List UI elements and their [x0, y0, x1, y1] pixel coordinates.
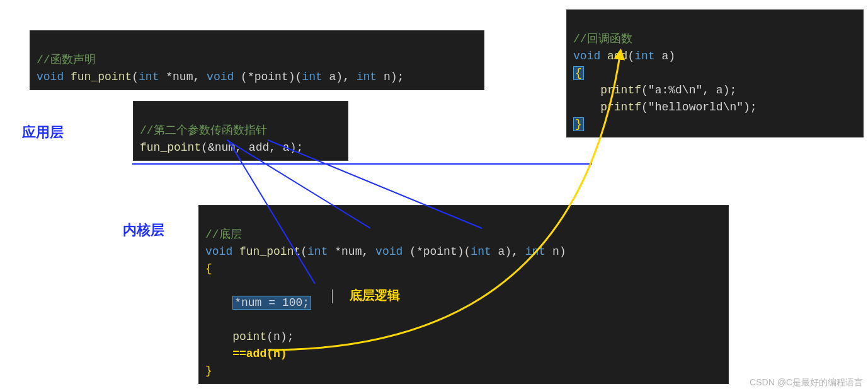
comment: //回调函数	[573, 33, 632, 45]
label-kernel-layer: 内核层	[123, 221, 164, 240]
selected-brace: {	[573, 66, 584, 80]
equivalence-text: ==add(n)	[232, 347, 287, 360]
comment: //底层	[205, 228, 242, 241]
watermark: CSDN @C是最好的编程语言	[750, 377, 863, 388]
diagram-stage: //函数声明 void fun_point(int *num, void (*p…	[0, 0, 868, 391]
label-low-logic: 底层逻辑	[350, 287, 400, 304]
comment: //函数声明	[37, 54, 96, 66]
label-app-layer: 应用层	[22, 123, 64, 142]
code-box-definition: //底层 void fun_point(int *num, void (*poi…	[198, 205, 729, 384]
code-box-declaration: //函数声明 void fun_point(int *num, void (*p…	[30, 30, 484, 90]
comment: //第二个参数传函数指针	[140, 124, 267, 137]
selected-brace: }	[573, 117, 584, 131]
text-caret	[332, 289, 333, 303]
selected-text: *num = 100;	[232, 296, 311, 310]
code-box-call: //第二个参数传函数指针 fun_point(&num, add, a);	[133, 101, 348, 161]
code-box-callback: //回调函数 void add(int a) { printf("a:%d\n"…	[566, 9, 864, 137]
